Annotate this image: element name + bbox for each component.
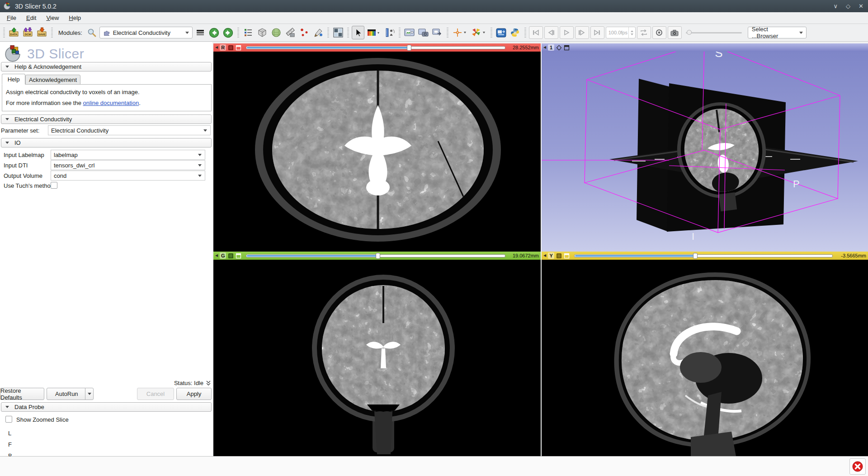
green-slice-offset: 19.0672mm [510, 253, 539, 258]
tab-acknowledgement[interactable]: Acknowledgement [25, 75, 80, 85]
green-slice-slider[interactable] [246, 252, 505, 259]
screenshot-button[interactable] [403, 26, 416, 39]
yellow-slice-bar: ◀ Y -3.5665mm [542, 252, 868, 260]
sequence-last-frame-button[interactable] [590, 26, 604, 39]
chevron-down-icon [799, 32, 803, 34]
sequence-record-button[interactable] [652, 26, 666, 39]
green-slider-handle[interactable] [376, 253, 380, 259]
module-search-button[interactable] [85, 26, 98, 39]
sequence-previous-frame-button[interactable] [544, 26, 558, 39]
mouse-interaction-button[interactable] [352, 26, 364, 39]
python-console-button[interactable] [509, 26, 522, 39]
module-history-button[interactable] [194, 26, 207, 39]
io-section-header[interactable]: IO [1, 138, 212, 148]
restore-defaults-button[interactable]: Restore Defaults [0, 388, 44, 400]
tuch-method-checkbox[interactable] [51, 182, 57, 189]
slice-menu-icon[interactable] [228, 253, 234, 259]
slider-knob[interactable] [687, 30, 692, 35]
pin-icon[interactable]: ◀ [543, 46, 546, 49]
fps-spinbox[interactable]: 100.0fps [606, 27, 636, 38]
input-dti-combobox[interactable]: tensors_dwi_crl [51, 160, 205, 170]
load-data-button[interactable]: DATA [8, 26, 20, 39]
data-module-button[interactable] [256, 26, 269, 39]
error-log-button[interactable] [849, 458, 866, 475]
volumes-module-button[interactable] [284, 26, 297, 39]
scene-view-capture-button[interactable] [417, 26, 430, 39]
slice-menu-icon[interactable] [556, 253, 562, 259]
modules-combobox[interactable]: Electrical Conductivity [99, 27, 193, 38]
minimize-icon[interactable]: ∨ [834, 3, 838, 10]
yellow-slice-view[interactable]: ◀ Y -3.5665mm [542, 252, 868, 456]
output-volume-combobox[interactable]: cond [51, 171, 205, 181]
slice-link-icon[interactable] [236, 253, 241, 259]
load-dicom-button[interactable]: DCM [22, 26, 34, 39]
red-slice-view[interactable]: ◀ R 28.2552mm [213, 43, 541, 252]
window-level-button[interactable] [366, 26, 382, 39]
slice-menu-icon[interactable] [228, 45, 234, 51]
module-back-button[interactable] [208, 26, 221, 39]
slice-link-icon[interactable] [236, 45, 241, 51]
sequence-next-frame-button[interactable] [575, 26, 589, 39]
threeD-view[interactable]: ◀ 1 [542, 43, 868, 252]
double-chevron-icon[interactable] [206, 381, 211, 386]
view-window-icon[interactable] [564, 45, 570, 51]
close-icon[interactable]: ✕ [859, 3, 863, 10]
favorite-module-list-button[interactable] [242, 26, 255, 39]
show-zoomed-slice-checkbox[interactable] [5, 416, 12, 423]
sequence-snapshot-button[interactable] [668, 26, 682, 39]
module-section-title: Electrical Conductivity [14, 116, 72, 123]
annotations-module-button[interactable] [312, 26, 325, 39]
fps-spinner[interactable] [628, 27, 635, 38]
sequence-seek-slider[interactable] [686, 28, 742, 37]
help-section-header[interactable]: Help & Acknowledgement [1, 62, 212, 71]
menu-edit[interactable]: Edit [21, 13, 41, 23]
autorun-menu-button[interactable] [85, 388, 93, 400]
pin-icon[interactable]: ◀ [215, 46, 218, 49]
crosshair-button[interactable] [451, 26, 468, 39]
pin-icon[interactable]: ◀ [215, 254, 218, 257]
red-slice-slider[interactable] [246, 44, 505, 51]
save-button[interactable]: SAVE [36, 26, 48, 39]
toolbar-handle [399, 28, 401, 38]
slice-link-icon[interactable] [564, 253, 570, 259]
markups-points-icon [299, 28, 309, 38]
tuch-method-label: Use Tuch's method [4, 182, 54, 189]
apply-button[interactable]: Apply [176, 388, 212, 400]
menu-file[interactable]: File [2, 13, 21, 23]
threeD-scene[interactable]: S P I [542, 52, 868, 252]
input-labelmap-combobox[interactable]: labelmap [51, 150, 205, 160]
red-slider-handle[interactable] [407, 45, 411, 51]
parameter-set-combobox[interactable]: Electrical Conductivity [48, 125, 211, 135]
data-probe-section-header[interactable]: Data Probe [1, 402, 212, 412]
pin-icon[interactable]: ◀ [543, 254, 546, 257]
menu-help[interactable]: Help [64, 13, 86, 23]
maximize-icon[interactable]: ◇ [846, 3, 850, 10]
error-red-x-icon [852, 461, 863, 472]
online-documentation-link[interactable]: online documentation [83, 100, 139, 106]
tab-help[interactable]: Help [2, 74, 25, 85]
sagittal-slice-image[interactable] [542, 260, 868, 456]
coronal-slice-image[interactable] [213, 260, 541, 456]
green-slice-view[interactable]: ◀ G 19.0672mm [213, 252, 541, 456]
module-forward-button[interactable] [222, 26, 235, 39]
module-section-header[interactable]: Electrical Conductivity [1, 114, 212, 124]
models-module-button[interactable] [270, 26, 283, 39]
cancel-button[interactable]: Cancel [137, 388, 174, 400]
extensions-manager-button[interactable] [495, 26, 508, 39]
yellow-slider-handle[interactable] [693, 253, 698, 259]
center-view-icon[interactable] [556, 45, 562, 51]
yellow-slice-slider[interactable] [574, 252, 833, 259]
axial-slice-image[interactable] [213, 52, 541, 252]
sequence-play-button[interactable] [560, 26, 574, 39]
sequence-loop-button[interactable] [637, 26, 651, 39]
sequence-first-frame-button[interactable] [529, 26, 543, 39]
autorun-button[interactable]: AutoRun [47, 388, 94, 400]
markups-module-button[interactable] [298, 26, 311, 39]
sequence-browser-combobox[interactable]: Select ...Browser [748, 27, 807, 38]
scene-view-restore-button[interactable] [431, 26, 444, 39]
layout-selector-button[interactable] [332, 26, 344, 39]
menu-view[interactable]: View [41, 13, 64, 23]
input-labelmap-label: Input Labelmap [4, 152, 44, 158]
place-markup-button[interactable] [470, 26, 488, 39]
units-button[interactable] [383, 26, 396, 39]
